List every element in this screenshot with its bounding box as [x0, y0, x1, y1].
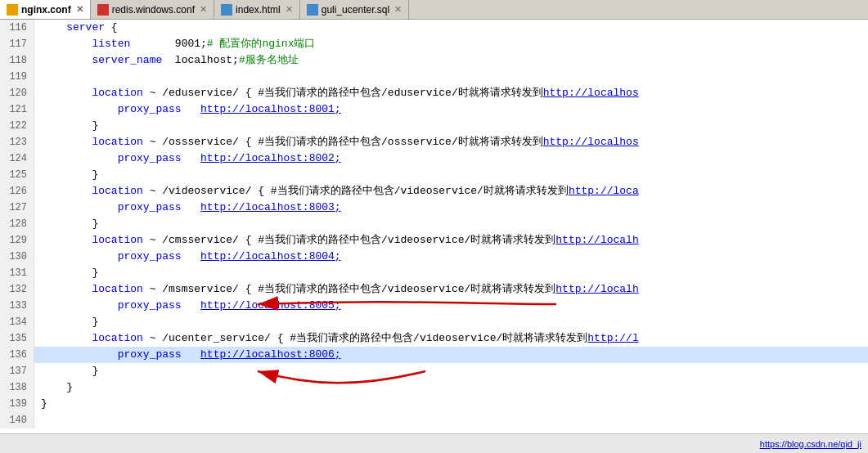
- line-content: }: [34, 314, 868, 330]
- code-line: 140: [0, 412, 868, 428]
- line-number: 124: [0, 150, 34, 167]
- line-number: 131: [0, 265, 34, 281]
- code-line: 133 proxy_pass http://localhost:8005;: [0, 298, 868, 314]
- code-line: 118 server_name localhost;#服务名地址: [0, 52, 868, 69]
- line-number: 121: [0, 101, 34, 118]
- line-number: 118: [0, 52, 34, 69]
- line-content: proxy_pass http://localhost:8006;: [34, 347, 868, 363]
- line-number: 134: [0, 314, 34, 330]
- code-line: 122 }: [0, 118, 868, 134]
- code-line: 127 proxy_pass http://localhost:8003;: [0, 200, 868, 216]
- code-line: 125 }: [0, 167, 868, 183]
- code-line: 126 location ~ /videoservice/ { #当我们请求的路…: [0, 183, 868, 200]
- code-line: 128 }: [0, 216, 868, 232]
- tab-redis[interactable]: redis.windows.conf ✕: [91, 0, 214, 19]
- tab-nginx-label: nginx.conf: [21, 4, 71, 16]
- line-number: 138: [0, 379, 34, 396]
- line-number: 137: [0, 363, 34, 379]
- line-number: 120: [0, 85, 34, 101]
- line-number: 139: [0, 396, 34, 412]
- code-line: 120 location ~ /eduservice/ { #当我们请求的路径中…: [0, 85, 868, 101]
- code-line: 117 listen 9001;# 配置你的nginx端口: [0, 36, 868, 52]
- line-number: 130: [0, 249, 34, 265]
- line-content: proxy_pass http://localhost:8005;: [34, 298, 868, 314]
- status-bar: https://blog.csdn.ne/qid_ji: [0, 433, 868, 453]
- line-content: proxy_pass http://localhost:8004;: [34, 249, 868, 265]
- redis-icon: [97, 4, 109, 16]
- code-line: 139}: [0, 396, 868, 412]
- line-number: 132: [0, 281, 34, 298]
- code-line: 119: [0, 69, 868, 85]
- code-line: 130 proxy_pass http://localhost:8004;: [0, 249, 868, 265]
- line-content: }: [34, 167, 868, 183]
- tab-nginx[interactable]: nginx.conf ✕: [0, 0, 91, 19]
- line-number: 123: [0, 134, 34, 150]
- line-content: }: [34, 265, 868, 281]
- line-number: 133: [0, 298, 34, 314]
- code-line: 137 }: [0, 363, 868, 379]
- code-line: 123 location ~ /ossservice/ { #当我们请求的路径中…: [0, 134, 868, 150]
- line-content: listen 9001;# 配置你的nginx端口: [34, 36, 868, 52]
- code-line: 116 server {: [0, 20, 868, 36]
- tab-index[interactable]: index.html ✕: [214, 0, 300, 19]
- tab-index-close[interactable]: ✕: [286, 4, 293, 15]
- line-content: }: [34, 396, 868, 412]
- line-content: proxy_pass http://localhost:8003;: [34, 200, 868, 216]
- status-url[interactable]: https://blog.csdn.ne/qid_ji: [760, 439, 861, 449]
- code-line: 131 }: [0, 265, 868, 281]
- nginx-icon: [7, 4, 18, 16]
- line-number: 127: [0, 200, 34, 216]
- line-content: server_name localhost;#服务名地址: [34, 52, 868, 69]
- line-content: server {: [34, 20, 868, 36]
- line-content: }: [34, 363, 868, 379]
- line-number: 136: [0, 347, 34, 363]
- line-content: location ~ /videoservice/ { #当我们请求的路径中包含…: [34, 183, 868, 200]
- line-number: 122: [0, 118, 34, 134]
- html-icon: [221, 4, 232, 16]
- line-content: [34, 69, 868, 85]
- tab-guli-label: guli_ucenter.sql: [322, 4, 389, 16]
- tab-guli[interactable]: guli_ucenter.sql ✕: [300, 0, 409, 19]
- line-number: 119: [0, 69, 34, 85]
- line-number: 140: [0, 412, 34, 428]
- line-content: location ~ /ucenter_service/ { #当我们请求的路径…: [34, 330, 868, 347]
- tab-redis-close[interactable]: ✕: [200, 4, 207, 15]
- editor-area: 116 server {117 listen 9001;# 配置你的nginx端…: [0, 20, 868, 433]
- line-number: 116: [0, 20, 34, 36]
- tab-guli-close[interactable]: ✕: [394, 4, 402, 15]
- line-content: location ~ /eduservice/ { #当我们请求的路径中包含/e…: [34, 85, 868, 101]
- line-content: [34, 412, 868, 428]
- line-content: }: [34, 118, 868, 134]
- line-content: location ~ /ossservice/ { #当我们请求的路径中包含/o…: [34, 134, 868, 150]
- code-line: 124 proxy_pass http://localhost:8002;: [0, 150, 868, 167]
- sql-icon: [307, 4, 318, 16]
- code-line: 132 location ~ /msmservice/ { #当我们请求的路径中…: [0, 281, 868, 298]
- line-content: location ~ /cmsservice/ { #当我们请求的路径中包含/v…: [34, 232, 868, 249]
- code-line: 121 proxy_pass http://localhost:8001;: [0, 101, 868, 118]
- line-content: }: [34, 216, 868, 232]
- line-content: }: [34, 379, 868, 396]
- line-number: 117: [0, 36, 34, 52]
- tab-bar: nginx.conf ✕ redis.windows.conf ✕ index.…: [0, 0, 868, 20]
- line-number: 125: [0, 167, 34, 183]
- tab-index-label: index.html: [236, 4, 281, 16]
- code-line: 135 location ~ /ucenter_service/ { #当我们请…: [0, 330, 868, 347]
- tab-redis-label: redis.windows.conf: [112, 4, 195, 16]
- line-content: proxy_pass http://localhost:8002;: [34, 150, 868, 167]
- line-content: proxy_pass http://localhost:8001;: [34, 101, 868, 118]
- line-number: 129: [0, 232, 34, 249]
- code-line: 129 location ~ /cmsservice/ { #当我们请求的路径中…: [0, 232, 868, 249]
- code-line: 136 proxy_pass http://localhost:8006;: [0, 347, 868, 363]
- code-line: 138 }: [0, 379, 868, 396]
- line-number: 135: [0, 330, 34, 347]
- code-container: 116 server {117 listen 9001;# 配置你的nginx端…: [0, 20, 868, 433]
- tab-nginx-close[interactable]: ✕: [76, 4, 83, 15]
- line-number: 128: [0, 216, 34, 232]
- line-number: 126: [0, 183, 34, 200]
- line-content: location ~ /msmservice/ { #当我们请求的路径中包含/v…: [34, 281, 868, 298]
- code-line: 134 }: [0, 314, 868, 330]
